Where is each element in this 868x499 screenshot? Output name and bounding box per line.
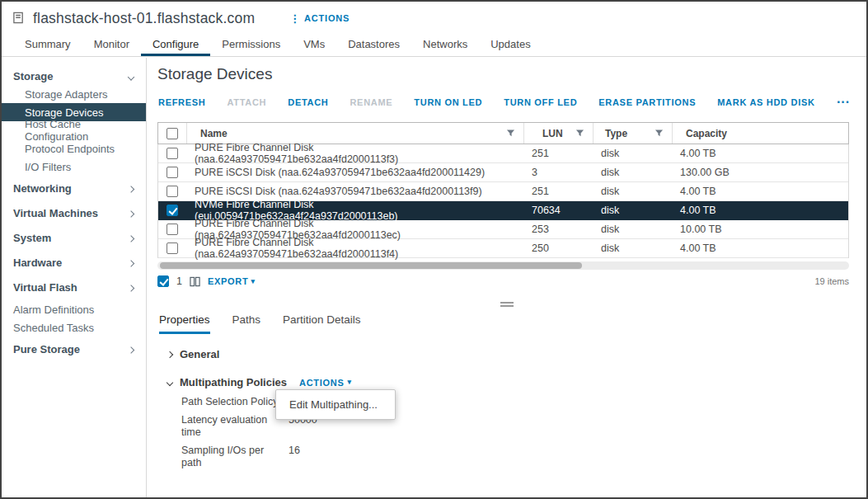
- cell-lun: 70634: [523, 201, 593, 219]
- column-header-lun[interactable]: LUN: [523, 123, 593, 144]
- sidebar-item-virtual-flash[interactable]: Virtual Flash: [2, 278, 146, 296]
- tab-vms[interactable]: VMs: [292, 35, 336, 56]
- column-header-type[interactable]: Type: [593, 123, 672, 144]
- rename-button[interactable]: RENAME: [350, 97, 392, 107]
- chevron-right-icon: [129, 257, 134, 269]
- cell-name: NVMe Fibre Channel Disk (eui.0059471be63…: [186, 201, 523, 219]
- cell-name: PURE iSCSI Disk (naa.624a937059471be632a…: [186, 163, 523, 181]
- sidebar-item-storage[interactable]: Storage: [2, 67, 146, 85]
- column-chooser-icon[interactable]: [190, 276, 200, 287]
- sidebar-item-system[interactable]: System: [2, 228, 146, 247]
- more-actions-button[interactable]: ···: [837, 98, 850, 106]
- menu-item-edit-multipathing[interactable]: Edit Multipathing...: [276, 390, 395, 419]
- vsphere-client-window: flashstack-host-01.flashstack.com ⋮ ACTI…: [0, 0, 868, 499]
- select-all-checkbox[interactable]: [167, 128, 178, 139]
- cell-capacity: 4.00 TB: [672, 182, 848, 200]
- chevron-right-icon: [129, 232, 134, 244]
- tab-summary[interactable]: Summary: [13, 35, 82, 56]
- sidebar-item-networking[interactable]: Networking: [2, 179, 146, 197]
- scrollbar-thumb[interactable]: [160, 262, 582, 269]
- sidebar-item-io-filters[interactable]: I/O Filters: [2, 158, 146, 176]
- tab-monitor[interactable]: Monitor: [82, 35, 141, 56]
- panel-title: Storage Devices: [157, 65, 272, 83]
- grid-toolbar: REFRESH ATTACH DETACH RENAME TURN ON LED…: [158, 97, 850, 107]
- multipathing-actions-button[interactable]: ACTIONS ▾: [299, 378, 352, 388]
- row-checkbox[interactable]: [167, 205, 178, 216]
- turn-on-led-button[interactable]: TURN ON LED: [414, 97, 482, 107]
- tab-partition-details[interactable]: Partition Details: [283, 313, 361, 334]
- tab-updates[interactable]: Updates: [479, 35, 542, 56]
- cell-lun: 250: [523, 239, 593, 257]
- cell-capacity: 10.00 TB: [672, 220, 848, 238]
- splitter-grip[interactable]: [500, 302, 514, 307]
- tab-networks[interactable]: Networks: [411, 35, 479, 56]
- page-title: flashstack-host-01.flashstack.com: [33, 10, 255, 27]
- cell-name: PURE Fibre Channel Disk (naa.624a9370594…: [186, 239, 523, 257]
- chevron-down-icon: [167, 379, 173, 385]
- cell-lun: 251: [523, 144, 593, 162]
- sidebar-item-virtual-machines[interactable]: Virtual Machines: [2, 204, 146, 222]
- cell-capacity: 4.00 TB: [672, 201, 848, 219]
- cell-name: PURE Fibre Channel Disk (naa.624a9370594…: [186, 144, 523, 162]
- column-header-capacity[interactable]: Capacity: [672, 123, 848, 144]
- filter-icon[interactable]: [655, 129, 664, 138]
- cell-capacity: 4.00 TB: [672, 239, 848, 257]
- field-sampling-ios-per-path: Sampling I/Os per path 16: [181, 445, 317, 469]
- vertical-ellipsis-icon: ⋮: [289, 12, 301, 25]
- table-row[interactable]: PURE Fibre Channel Disk (naa.624a9370594…: [158, 239, 848, 258]
- section-general[interactable]: General: [167, 348, 219, 360]
- field-label: Path Selection Policy: [181, 396, 282, 408]
- cell-lun: 253: [523, 220, 593, 238]
- field-label: Sampling I/Os per path: [181, 445, 282, 469]
- tab-datastores[interactable]: Datastores: [336, 35, 411, 56]
- sidebar-item-host-cache-configuration[interactable]: Host Cache Configuration: [2, 121, 146, 139]
- cell-type: disk: [593, 239, 672, 257]
- storage-devices-panel: Storage Devices REFRESH ATTACH DETACH RE…: [148, 58, 866, 497]
- chevron-right-icon: [129, 281, 134, 294]
- sidebar-item-alarm-definitions[interactable]: Alarm Definitions: [2, 300, 146, 318]
- filter-icon[interactable]: [575, 129, 584, 138]
- field-value: 16: [289, 445, 300, 469]
- sidebar-item-protocol-endpoints[interactable]: Protocol Endpoints: [2, 139, 146, 158]
- grid-footer: 1 EXPORT ▾ 19 items: [157, 275, 849, 287]
- object-tab-bar: Summary Monitor Configure Permissions VM…: [2, 35, 866, 57]
- turn-off-led-button[interactable]: TURN OFF LED: [504, 97, 577, 107]
- section-multipathing-policies[interactable]: Multipathing Policies ACTIONS ▾: [167, 376, 352, 388]
- tab-permissions[interactable]: Permissions: [210, 35, 292, 56]
- actions-button[interactable]: ⋮ ACTIONS: [289, 12, 350, 25]
- filter-icon[interactable]: [506, 129, 515, 138]
- sidebar-item-scheduled-tasks[interactable]: Scheduled Tasks: [2, 318, 146, 337]
- tab-properties[interactable]: Properties: [159, 313, 210, 334]
- detach-button[interactable]: DETACH: [288, 97, 328, 107]
- erase-partitions-button[interactable]: ERASE PARTITIONS: [598, 97, 696, 107]
- attach-button[interactable]: ATTACH: [227, 97, 266, 107]
- storage-devices-table: Name LUN Type Capacity PURE F: [157, 122, 849, 270]
- sidebar-item-storage-adapters[interactable]: Storage Adapters: [2, 85, 146, 103]
- host-icon: [12, 12, 25, 24]
- row-checkbox[interactable]: [167, 224, 178, 235]
- chevron-right-icon: [129, 182, 134, 195]
- actions-context-menu: Edit Multipathing...: [275, 389, 396, 420]
- export-button[interactable]: EXPORT ▾: [208, 276, 256, 286]
- refresh-button[interactable]: REFRESH: [158, 97, 205, 107]
- row-checkbox[interactable]: [167, 167, 178, 178]
- field-label: Latency evaluation time: [181, 414, 282, 439]
- sidebar-item-pure-storage[interactable]: Pure Storage: [2, 340, 146, 358]
- row-checkbox[interactable]: [167, 242, 178, 254]
- tab-paths[interactable]: Paths: [232, 313, 261, 334]
- table-header-row: Name LUN Type Capacity: [157, 122, 849, 144]
- row-checkbox[interactable]: [167, 186, 178, 197]
- cell-capacity: 130.00 GB: [672, 163, 848, 181]
- tab-configure[interactable]: Configure: [141, 35, 210, 56]
- row-checkbox[interactable]: [167, 148, 178, 159]
- table-row[interactable]: PURE Fibre Channel Disk (naa.624a9370594…: [158, 144, 848, 163]
- table-row[interactable]: PURE iSCSI Disk (naa.624a937059471be632a…: [158, 163, 848, 182]
- actions-button-label: ACTIONS: [304, 13, 350, 23]
- cell-lun: 3: [523, 163, 593, 181]
- column-header-name[interactable]: Name: [186, 123, 523, 144]
- cell-type: disk: [593, 201, 672, 219]
- sidebar-item-hardware[interactable]: Hardware: [2, 253, 146, 271]
- mark-as-hdd-disk-button[interactable]: MARK AS HDD DISK: [717, 97, 814, 107]
- horizontal-scrollbar[interactable]: [157, 261, 849, 270]
- footer-selected-checkbox[interactable]: [157, 275, 169, 287]
